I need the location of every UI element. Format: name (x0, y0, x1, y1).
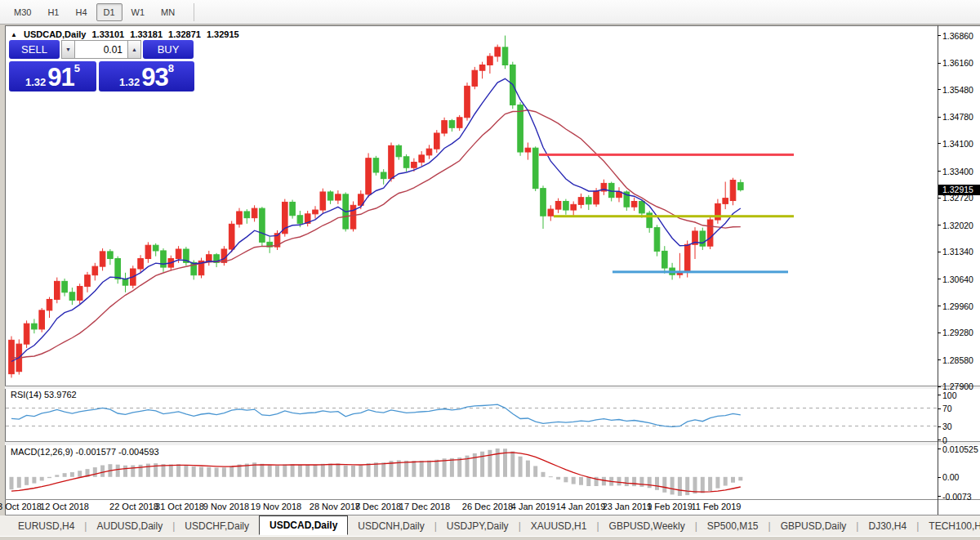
price-axis-label: 1.28580 (942, 355, 973, 365)
date-axis-label: 1 Feb 2019 (647, 502, 693, 511)
date-axis-label: 7 Dec 2018 (355, 502, 401, 511)
price-axis-label: 1.33400 (942, 167, 973, 176)
tab-xauusd-h1[interactable]: XAUUSD,H1 (521, 517, 597, 535)
status-strip (0, 536, 980, 540)
price-axis-tick (938, 252, 941, 252)
tab-gbpusd-daily[interactable]: GBPUSD,Daily (771, 517, 857, 535)
price-axis-tick (938, 198, 941, 199)
timeframe-buttons: M30H1H4D1W1MN (7, 3, 184, 21)
price-axis-label: 1.34100 (942, 139, 973, 149)
price-axis-label: 1.30640 (942, 274, 973, 284)
tab-tech100-h1[interactable]: TECH100,H1 (919, 517, 980, 535)
price-axis-label: 1.36860 (942, 31, 973, 41)
price-axis-border (938, 25, 938, 515)
price-axis-tick (938, 225, 941, 225)
macd-bottom-border (5, 499, 980, 500)
price-axis-tick (938, 359, 941, 360)
tab-dj30-h4[interactable]: DJ30,H4 (858, 517, 916, 535)
timeframe-button-d1[interactable]: D1 (96, 3, 122, 21)
date-axis-label: 4 Jan 2019 (511, 502, 555, 511)
tab-eurusd-h4[interactable]: EURUSD,H4 (8, 517, 84, 535)
tab-usdjpy-daily[interactable]: USDJPY,Daily (437, 517, 519, 535)
timeframe-button-w1[interactable]: W1 (124, 3, 153, 21)
price-axis-tick (938, 35, 941, 36)
hline-mid-support[interactable] (554, 215, 794, 217)
price-axis-label: 1.36160 (942, 58, 973, 68)
macd-axis-label: 0.010525 (942, 444, 978, 454)
date-axis-label: 9 Nov 2018 (203, 502, 249, 511)
tab-usdchf-daily[interactable]: USDCHF,Daily (175, 517, 259, 535)
price-axis-tick (938, 386, 941, 387)
price-axis-tick (938, 279, 941, 279)
date-axis-label: 14 Jan 2019 (556, 502, 606, 511)
price-axis-tick (938, 306, 941, 306)
tab-usdcnh-daily[interactable]: USDCNH,Daily (348, 517, 434, 535)
price-axis-label: 1.35480 (942, 85, 973, 95)
date-axis-label: 3 Oct 2018 (0, 502, 42, 511)
rsi-axis-label: 30 (942, 422, 952, 431)
rsi-axis-label: 70 (942, 404, 952, 413)
date-axis-label: 22 Oct 2018 (109, 502, 158, 511)
date-axis-label: 26 Dec 2018 (462, 502, 513, 511)
macd-axis-label: -0.0073 (942, 492, 972, 502)
hline-low-support[interactable] (612, 270, 788, 273)
timeframe-toolbar: M30H1H4D1W1MN (0, 0, 980, 25)
date-axis-label: 11 Feb 2019 (692, 502, 742, 511)
price-axis-label: 1.29960 (942, 301, 973, 311)
date-axis-label: 19 Nov 2018 (251, 502, 301, 511)
price-axis-tick (938, 63, 941, 64)
rsi-axis-tick (938, 408, 941, 409)
price-axis-tick (938, 143, 941, 144)
current-price-tag: 1.32915 (938, 185, 980, 195)
price-axis-label: 1.29280 (942, 328, 973, 337)
macd-axis-tick (938, 449, 941, 449)
rsi-axis-label: 100 (942, 390, 957, 400)
rsi-axis-tick (938, 440, 941, 440)
tab-gbpusd-weekly[interactable]: GBPUSD,Weekly (599, 517, 695, 535)
chart-tab-bar: EURUSD,H4|AUDUSD,Daily|USDCHF,DailyUSDCA… (0, 515, 980, 536)
rsi-axis-tick (938, 426, 941, 427)
timeframe-button-m30[interactable]: M30 (7, 3, 38, 21)
timeframe-button-mn[interactable]: MN (154, 3, 182, 21)
tab-usdcad-daily[interactable]: USDCAD,Daily (259, 515, 348, 535)
price-axis-label: 1.31340 (942, 247, 973, 257)
toolbar-separator (194, 3, 194, 21)
chart-tabs: EURUSD,H4|AUDUSD,Daily|USDCHF,DailyUSDCA… (8, 516, 980, 536)
macd-axis-tick (938, 477, 941, 478)
hline-resistance[interactable] (539, 154, 794, 156)
price-axis-label: 1.32020 (942, 221, 973, 230)
main-price-chart[interactable] (6, 26, 938, 386)
rsi-panel[interactable] (6, 389, 938, 441)
rsi-axis-tick (938, 395, 941, 395)
macd-panel[interactable] (6, 445, 938, 499)
price-axis-tick (938, 171, 941, 172)
price-axis-tick (938, 332, 941, 333)
macd-axis-tick (938, 496, 941, 497)
price-axis-label: 1.34780 (942, 112, 973, 122)
timeframe-button-h4[interactable]: H4 (68, 3, 94, 21)
price-axis-tick (938, 89, 941, 90)
date-axis-label: 31 Oct 2018 (155, 502, 204, 511)
tab-audusd-daily[interactable]: AUDUSD,Daily (87, 517, 172, 535)
timeframe-button-h1[interactable]: H1 (40, 3, 66, 21)
date-axis-label: 12 Oct 2018 (40, 502, 89, 511)
tab-sp500-m15[interactable]: SP500,M15 (697, 517, 768, 535)
date-axis-label: 28 Nov 2018 (310, 502, 360, 511)
price-axis-tick (938, 117, 941, 118)
date-axis-label: 23 Jan 2019 (603, 502, 653, 511)
date-axis-label: 17 Dec 2018 (399, 502, 450, 511)
macd-axis-label: 0.00 (942, 472, 959, 482)
